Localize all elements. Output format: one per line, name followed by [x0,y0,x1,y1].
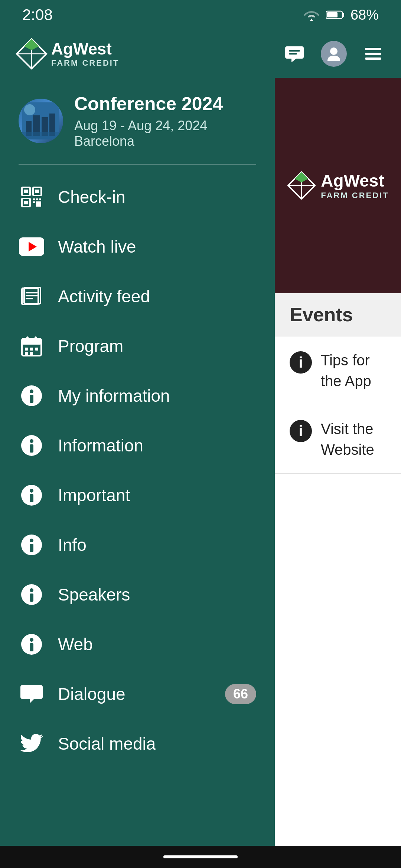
right-panel-brand: AgWest FARM CREDIT [275,78,401,293]
svg-rect-18 [22,132,59,139]
nav-item-dialogue[interactable]: Dialogue 66 [0,669,275,719]
svg-point-19 [24,104,35,115]
agwest-right-logo-icon [287,171,316,200]
chat-bubble-icon [19,681,45,707]
event-text-tips: Tips for the App [321,350,386,391]
logo-sub: FARM CREDIT [51,58,119,68]
toolbar-icons [281,41,386,67]
svg-rect-36 [26,295,38,296]
svg-rect-12 [365,57,381,60]
svg-rect-23 [35,190,39,193]
home-indicator [163,855,238,858]
svg-rect-25 [24,201,28,204]
qr-icon [19,184,45,210]
svg-rect-41 [35,336,37,342]
svg-rect-64 [30,643,33,651]
svg-rect-43 [30,348,33,351]
nav-label-social-media: Social media [58,734,256,754]
nav-item-web[interactable]: Web [0,619,275,669]
svg-rect-58 [30,544,33,552]
svg-rect-30 [36,201,41,207]
chat-button[interactable] [281,41,307,67]
svg-point-60 [30,588,33,592]
event-item-tips[interactable]: i Tips for the App [275,336,401,405]
battery-percent: 68% [351,7,379,23]
svg-rect-52 [30,444,33,453]
svg-rect-39 [22,339,41,345]
svg-rect-46 [30,352,33,355]
nav-label-program: Program [58,336,256,356]
svg-point-63 [30,638,33,642]
svg-point-57 [30,539,33,542]
svg-marker-6 [24,39,39,50]
info-circle-icon-important [19,482,45,508]
right-panel: AgWest FARM CREDIT Events i Tips for the… [275,78,401,846]
nav-label-important: Important [58,485,256,505]
nav-item-activity-feed[interactable]: Activity feed [0,272,275,321]
svg-rect-21 [24,190,28,193]
nav-label-dialogue: Dialogue [58,684,212,704]
nav-item-watch-live[interactable]: Watch live [0,222,275,272]
nav-label-information: Information [58,435,256,456]
calendar-icon [19,333,45,359]
nav-item-social-media[interactable]: Social media [0,719,275,769]
nav-label-my-information: My information [58,386,256,406]
app-logo: AgWest FARM CREDIT [15,37,270,70]
info-circle-icon-my-info [19,383,45,409]
nav-item-check-in[interactable]: Check-in [0,172,275,222]
svg-rect-37 [26,298,33,299]
logo-name: AgWest [51,40,119,58]
nav-item-program[interactable]: Program [0,321,275,371]
info-circle-icon-info [19,532,45,558]
svg-rect-35 [26,292,38,293]
newspaper-icon [19,283,45,309]
sidebar: Conference 2024 Aug 19 - Aug 24, 2024 Ba… [0,78,275,846]
logo-area: AgWest FARM CREDIT [15,37,270,70]
nav-item-information[interactable]: Information [0,421,275,470]
event-item-website[interactable]: i Visit the Website [275,405,401,474]
nav-item-speakers[interactable]: Speakers [0,570,275,619]
nav-item-info[interactable]: Info [0,520,275,570]
battery-icon [326,10,345,20]
svg-rect-49 [30,395,33,403]
dialogue-badge: 66 [225,684,256,704]
event-text-website: Visit the Website [321,418,386,460]
user-avatar[interactable] [321,41,347,67]
conference-title: Conference 2024 [74,93,223,115]
brand-sub-right: FARM CREDIT [321,191,389,200]
twitter-icon [19,731,45,757]
info-circle-icon-web [19,631,45,657]
svg-rect-11 [365,53,381,55]
svg-rect-44 [35,348,38,351]
nav-label-info: Info [58,535,256,555]
conference-dates: Aug 19 - Aug 24, 2024 [74,118,223,134]
svg-point-48 [30,389,33,393]
svg-point-9 [330,47,338,55]
event-info-icon-2: i [290,420,312,442]
events-label: Events [275,293,401,336]
svg-rect-61 [30,594,33,602]
svg-rect-27 [36,198,38,200]
conference-text: Conference 2024 Aug 19 - Aug 24, 2024 Ba… [74,93,223,149]
nav-label-speakers: Speakers [58,585,256,605]
svg-rect-28 [39,198,41,200]
status-time: 2:08 [22,6,53,24]
nav-label-check-in: Check-in [58,187,256,207]
info-circle-icon-information [19,433,45,458]
brand-name-right: AgWest [321,171,389,191]
svg-rect-29 [33,201,35,203]
svg-rect-8 [289,53,297,55]
svg-marker-68 [295,172,308,183]
nav-label-activity-feed: Activity feed [58,286,256,306]
status-bar: 2:08 68% [0,0,401,30]
nav-item-important[interactable]: Important [0,470,275,520]
svg-rect-40 [26,336,29,342]
svg-rect-10 [365,48,381,50]
menu-button[interactable] [360,41,386,67]
svg-rect-55 [30,494,33,502]
svg-rect-42 [25,348,28,351]
wifi-icon [303,8,320,22]
nav-label-watch-live: Watch live [58,237,256,257]
content-area: Conference 2024 Aug 19 - Aug 24, 2024 Ba… [0,78,401,846]
nav-item-my-information[interactable]: My information [0,371,275,421]
